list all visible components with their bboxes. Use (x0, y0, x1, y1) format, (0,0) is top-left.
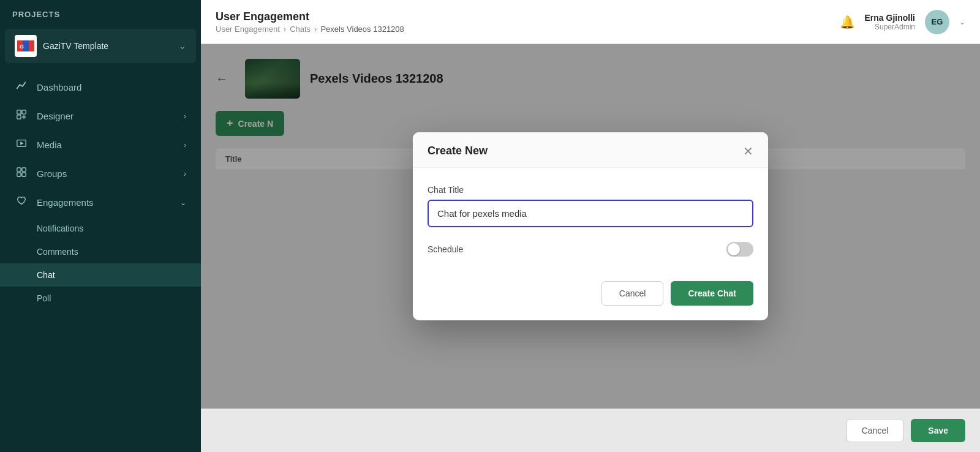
svg-marker-11 (20, 141, 23, 145)
dashboard-icon (15, 80, 28, 94)
svg-rect-12 (17, 168, 21, 171)
page-title: User Engagement (216, 10, 404, 23)
sidebar-item-notifications[interactable]: Notifications (0, 217, 201, 240)
modal-footer: Cancel Create Chat (413, 271, 768, 320)
bottom-save-button[interactable]: Save (911, 419, 965, 442)
project-chevron-icon: ⌄ (179, 41, 186, 51)
notification-bell-icon[interactable]: 🔔 (840, 15, 855, 29)
svg-text:G: G (20, 43, 24, 50)
create-chat-button[interactable]: Create Chat (671, 281, 753, 306)
modal-header: Create New ✕ (413, 132, 768, 168)
chat-title-label: Chat Title (428, 185, 753, 195)
create-new-modal: Create New ✕ Chat Title Schedule Cancel (413, 132, 768, 320)
page-body: ← Pexels Videos 1321208 + Create N Title… (201, 44, 980, 409)
sidebar-item-media[interactable]: Media › (0, 130, 201, 159)
breadcrumb-item-1: User Engagement (216, 24, 280, 34)
breadcrumb-sep-1: › (284, 24, 286, 34)
project-name: GaziTV Template (43, 41, 179, 51)
media-icon (15, 138, 28, 152)
chevron-right-icon: › (184, 141, 186, 149)
sidebar-item-label: Media (37, 140, 62, 150)
avatar[interactable]: EG (925, 10, 949, 34)
breadcrumb-sep-2: › (314, 24, 317, 34)
topbar: User Engagement User Engagement › Chats … (201, 0, 980, 44)
svg-rect-5 (17, 110, 21, 114)
sidebar-item-label: Groups (37, 168, 67, 179)
modal-close-button[interactable]: ✕ (743, 145, 753, 157)
sidebar-item-designer[interactable]: Designer › (0, 102, 201, 130)
svg-rect-13 (22, 168, 26, 171)
toggle-knob (728, 243, 740, 255)
sidebar-nav: Dashboard Designer › Media › Groups › (0, 68, 201, 452)
sidebar-item-groups[interactable]: Groups › (0, 159, 201, 188)
user-name: Erna Gjinolli (865, 13, 915, 23)
sidebar-item-comments[interactable]: Comments (0, 240, 201, 263)
project-selector[interactable]: G GaziTV Template ⌄ (5, 29, 196, 63)
user-menu-chevron-icon[interactable]: ⌄ (959, 18, 965, 26)
user-info: Erna Gjinolli SuperAdmin (865, 13, 915, 31)
sidebar-item-engagements[interactable]: Engagements ⌄ (0, 188, 201, 217)
chevron-right-icon: › (184, 112, 186, 121)
svg-rect-14 (17, 173, 21, 176)
sidebar-item-poll[interactable]: Poll (0, 287, 201, 310)
svg-rect-7 (17, 115, 21, 119)
sidebar-item-label: Designer (37, 111, 74, 121)
modal-cancel-button[interactable]: Cancel (601, 281, 664, 306)
chat-title-input[interactable] (428, 200, 753, 227)
designer-icon (15, 109, 28, 123)
project-logo: G (15, 35, 37, 57)
sidebar-item-dashboard[interactable]: Dashboard (0, 73, 201, 102)
schedule-row: Schedule (428, 242, 753, 257)
user-role: SuperAdmin (865, 23, 915, 31)
svg-rect-6 (22, 110, 26, 114)
topbar-right: 🔔 Erna Gjinolli SuperAdmin EG ⌄ (840, 10, 965, 34)
breadcrumb-item-2: Chats (290, 24, 311, 34)
modal-body: Chat Title Schedule (413, 168, 768, 271)
bottom-cancel-button[interactable]: Cancel (846, 419, 904, 442)
topbar-left: User Engagement User Engagement › Chats … (216, 10, 404, 34)
chevron-down-icon: ⌄ (180, 198, 186, 207)
sidebar: PROJECTS G GaziTV Template ⌄ Dashboard D (0, 0, 201, 452)
groups-icon (15, 167, 28, 181)
modal-overlay: Create New ✕ Chat Title Schedule Cancel (201, 44, 980, 409)
sidebar-item-chat[interactable]: Chat (0, 263, 201, 287)
breadcrumb-item-3: Pexels Videos 1321208 (320, 24, 404, 34)
bottom-bar: Cancel Save (201, 409, 980, 452)
sidebar-item-label: Dashboard (37, 82, 81, 92)
schedule-toggle[interactable] (726, 242, 753, 257)
main-content: User Engagement User Engagement › Chats … (201, 0, 980, 452)
sidebar-section-label: PROJECTS (0, 0, 201, 29)
engagements-icon (15, 195, 28, 209)
chevron-right-icon: › (184, 170, 186, 178)
breadcrumb: User Engagement › Chats › Pexels Videos … (216, 24, 404, 34)
modal-title: Create New (428, 145, 488, 157)
svg-rect-15 (22, 173, 26, 176)
sidebar-item-label: Engagements (37, 197, 94, 208)
schedule-label: Schedule (428, 244, 463, 254)
svg-rect-3 (29, 40, 34, 51)
